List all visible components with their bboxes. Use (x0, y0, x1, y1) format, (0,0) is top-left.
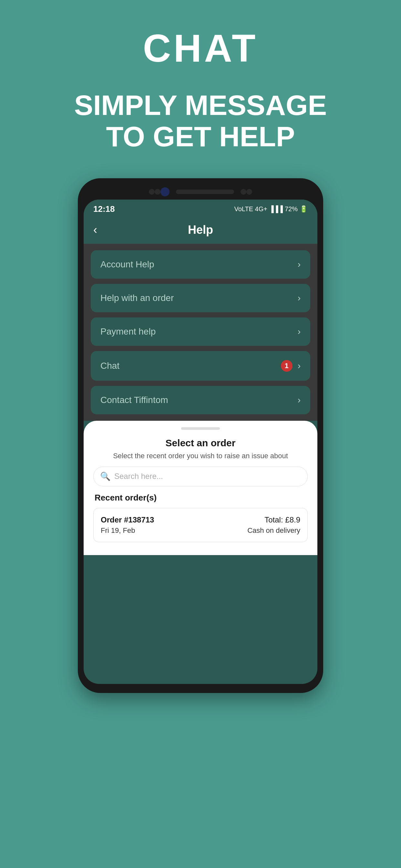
back-button[interactable]: ‹ (93, 223, 97, 237)
search-icon: 🔍 (100, 471, 111, 482)
menu-item-label-contact: Contact Tiffintom (100, 395, 168, 405)
header-title: Help (188, 223, 213, 237)
camera-right (241, 189, 246, 195)
menu-item-payment-help[interactable]: Payment help › (91, 317, 310, 346)
menu-item-chat[interactable]: Chat 1 › (91, 351, 310, 381)
menu-item-label-help-order: Help with an order (100, 293, 174, 303)
order-date: Fri 19, Feb (101, 526, 154, 535)
menu-list: Account Help › Help with an order › Paym… (84, 244, 317, 421)
camera-front (160, 187, 169, 196)
order-number: Order #138713 (101, 516, 154, 524)
sheet-subtitle: Select the recent order you wish to rais… (93, 452, 308, 460)
battery-indicator: 72% (285, 206, 298, 213)
bottom-sheet: Select an order Select the recent order … (84, 421, 317, 555)
search-placeholder: Search here... (114, 472, 301, 481)
camera-right2 (246, 189, 252, 195)
phone-speaker (176, 190, 234, 194)
menu-item-help-order[interactable]: Help with an order › (91, 284, 310, 312)
chevron-payment-help-icon: › (298, 327, 301, 337)
order-total: Total: £8.9 (247, 516, 300, 524)
section-label: Recent order(s) (93, 493, 308, 503)
status-time: 12:18 (93, 204, 115, 214)
order-right: Total: £8.9 Cash on delivery (247, 516, 300, 535)
order-payment: Cash on delivery (247, 526, 300, 535)
phone-screen: 12:18 VoLTE 4G+ ▐▐▐ 72% 🔋 ‹ Help Account… (84, 199, 317, 684)
menu-item-label-account-help: Account Help (100, 259, 154, 270)
page-title: CHAT (143, 26, 258, 70)
status-icons: VoLTE 4G+ ▐▐▐ (234, 206, 283, 213)
app-header: ‹ Help (84, 217, 317, 244)
chevron-chat-icon: › (298, 361, 301, 371)
phone-frame: 12:18 VoLTE 4G+ ▐▐▐ 72% 🔋 ‹ Help Account… (78, 178, 323, 693)
chat-badge: 1 (281, 360, 292, 372)
chevron-contact-icon: › (298, 395, 301, 405)
camera-left2 (155, 189, 160, 195)
camera-left (149, 189, 155, 195)
sheet-handle (181, 427, 220, 430)
chevron-account-help-icon: › (298, 259, 301, 270)
status-bar: 12:18 VoLTE 4G+ ▐▐▐ 72% 🔋 (84, 199, 317, 217)
chevron-help-order-icon: › (298, 293, 301, 303)
sheet-title: Select an order (93, 438, 308, 448)
order-card[interactable]: Order #138713 Fri 19, Feb Total: £8.9 Ca… (93, 508, 308, 542)
battery-icon: 🔋 (300, 205, 308, 213)
menu-item-label-chat: Chat (100, 361, 120, 371)
order-left: Order #138713 Fri 19, Feb (101, 516, 154, 535)
menu-item-label-payment-help: Payment help (100, 327, 156, 337)
menu-item-contact[interactable]: Contact Tiffintom › (91, 386, 310, 414)
page-subtitle: SIMPLY MESSAGETO GET HELP (55, 90, 346, 152)
search-box[interactable]: 🔍 Search here... (93, 467, 308, 486)
menu-item-account-help[interactable]: Account Help › (91, 250, 310, 279)
